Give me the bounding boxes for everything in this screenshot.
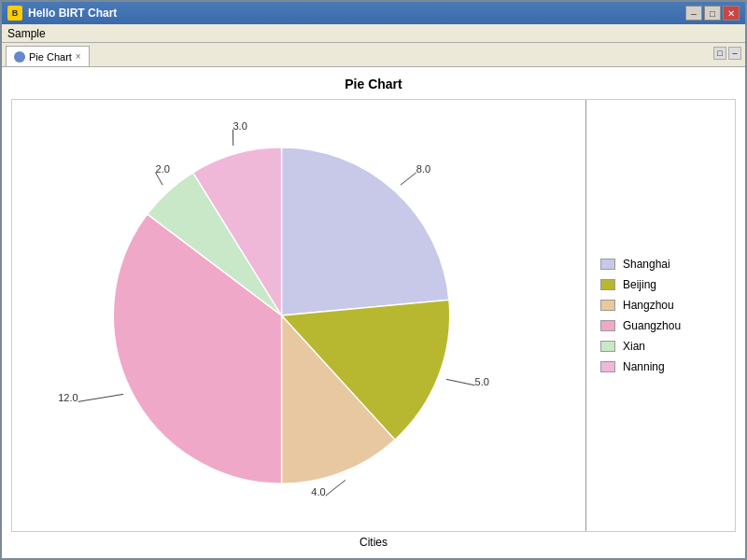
window-title: Hello BIRT Chart xyxy=(28,7,117,20)
app-icon: B xyxy=(7,6,22,21)
legend-swatch-guangzhou xyxy=(600,320,615,331)
title-bar-left: B Hello BIRT Chart xyxy=(7,6,117,21)
legend-label-hangzhou: Hangzhou xyxy=(623,299,674,312)
tab-restore-button[interactable]: □ xyxy=(713,47,726,60)
chart-area: 8.05.04.012.02.03.0 ShanghaiBeijingHangz… xyxy=(11,99,736,532)
maximize-button[interactable]: □ xyxy=(704,6,721,21)
title-bar: B Hello BIRT Chart – □ ✕ xyxy=(2,2,745,24)
main-window: B Hello BIRT Chart – □ ✕ Sample Pie Char… xyxy=(0,0,747,560)
close-button[interactable]: ✕ xyxy=(723,6,740,21)
svg-line-6 xyxy=(78,394,123,401)
svg-text:3.0: 3.0 xyxy=(233,120,247,132)
svg-line-2 xyxy=(446,379,475,385)
minimize-button[interactable]: – xyxy=(685,6,702,21)
legend-swatch-nanning xyxy=(600,361,615,372)
pie-chart-svg: 8.05.04.012.02.03.0 xyxy=(12,100,585,531)
svg-line-4 xyxy=(326,480,345,496)
legend-label-nanning: Nanning xyxy=(623,360,665,373)
title-buttons: – □ ✕ xyxy=(685,6,740,21)
tab-close-button[interactable]: × xyxy=(76,51,81,62)
legend-item-guangzhou: Guangzhou xyxy=(600,319,721,332)
svg-text:4.0: 4.0 xyxy=(311,486,325,497)
legend-item-hangzhou: Hangzhou xyxy=(600,299,721,312)
legend-label-guangzhou: Guangzhou xyxy=(623,319,681,332)
svg-text:8.0: 8.0 xyxy=(416,163,430,175)
legend-item-beijing: Beijing xyxy=(600,278,721,291)
legend-item-shanghai: Shanghai xyxy=(600,258,721,271)
menu-item-sample[interactable]: Sample xyxy=(7,27,46,40)
legend-label-xian: Xian xyxy=(623,340,645,353)
legend-swatch-shanghai xyxy=(600,259,615,270)
legend-label-beijing: Beijing xyxy=(623,278,656,291)
chart-title: Pie Chart xyxy=(11,77,736,91)
svg-text:12.0: 12.0 xyxy=(58,392,78,403)
svg-text:2.0: 2.0 xyxy=(156,163,170,175)
legend-swatch-beijing xyxy=(600,279,615,290)
legend-area: ShanghaiBeijingHangzhouGuangzhouXianNann… xyxy=(585,100,735,531)
tab-bar: Pie Chart × □ – xyxy=(2,43,745,67)
legend-label-shanghai: Shanghai xyxy=(623,258,670,271)
menu-bar: Sample xyxy=(2,24,745,43)
legend-swatch-xian xyxy=(600,341,615,352)
tab-pie-chart[interactable]: Pie Chart × xyxy=(6,46,90,66)
svg-text:5.0: 5.0 xyxy=(475,376,489,387)
chart-svg-container: 8.05.04.012.02.03.0 xyxy=(12,100,585,531)
main-content: Pie Chart 8.05.04.012.02.03.0 ShanghaiBe… xyxy=(2,67,745,558)
legend-item-nanning: Nanning xyxy=(600,360,721,373)
x-axis-label: Cities xyxy=(11,536,736,549)
tab-icon xyxy=(14,51,25,63)
svg-line-0 xyxy=(401,173,416,185)
legend-item-xian: Xian xyxy=(600,340,721,353)
tab-minimize-button[interactable]: – xyxy=(728,47,741,60)
tab-label: Pie Chart xyxy=(29,51,72,63)
legend-swatch-hangzhou xyxy=(600,300,615,311)
tab-controls: □ – xyxy=(713,47,741,60)
